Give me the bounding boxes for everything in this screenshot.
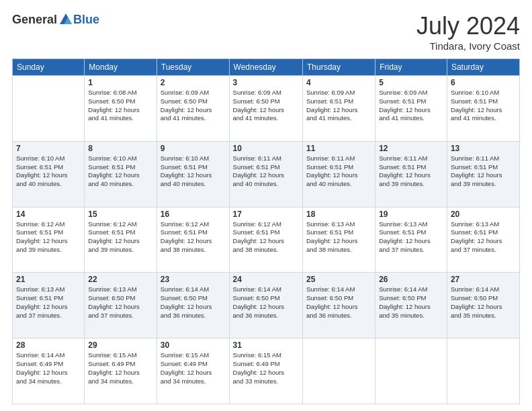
day-number: 27 (451, 275, 516, 284)
day-info: Sunrise: 6:14 AM Sunset: 6:50 PM Dayligh… (379, 285, 443, 320)
calendar-week-row: 21Sunrise: 6:13 AM Sunset: 6:51 PM Dayli… (13, 273, 520, 338)
month-title: July 2024 (416, 12, 520, 40)
calendar-cell: 15Sunrise: 6:12 AM Sunset: 6:51 PM Dayli… (85, 207, 157, 273)
logo-icon (58, 12, 73, 27)
day-info: Sunrise: 6:13 AM Sunset: 6:51 PM Dayligh… (306, 220, 371, 255)
day-number: 13 (451, 144, 516, 153)
calendar-header-wednesday: Wednesday (229, 59, 302, 76)
day-info: Sunrise: 6:09 AM Sunset: 6:51 PM Dayligh… (379, 89, 443, 123)
day-info: Sunrise: 6:14 AM Sunset: 6:50 PM Dayligh… (161, 285, 226, 320)
day-number: 20 (451, 210, 516, 219)
day-number: 1 (88, 78, 152, 87)
calendar-cell: 7Sunrise: 6:10 AM Sunset: 6:51 PM Daylig… (13, 141, 85, 207)
calendar-cell: 9Sunrise: 6:10 AM Sunset: 6:51 PM Daylig… (157, 141, 229, 207)
day-number: 28 (16, 340, 81, 350)
day-info: Sunrise: 6:14 AM Sunset: 6:50 PM Dayligh… (451, 285, 516, 320)
calendar-cell: 25Sunrise: 6:14 AM Sunset: 6:50 PM Dayli… (303, 273, 375, 338)
day-info: Sunrise: 6:15 AM Sunset: 6:49 PM Dayligh… (233, 351, 299, 385)
calendar-cell: 11Sunrise: 6:11 AM Sunset: 6:51 PM Dayli… (303, 141, 375, 207)
calendar-cell: 24Sunrise: 6:14 AM Sunset: 6:50 PM Dayli… (229, 273, 302, 338)
day-number: 5 (379, 78, 443, 87)
day-number: 23 (161, 275, 226, 284)
calendar-header-row: SundayMondayTuesdayWednesdayThursdayFrid… (13, 59, 520, 76)
day-info: Sunrise: 6:14 AM Sunset: 6:49 PM Dayligh… (16, 351, 81, 385)
calendar-cell: 19Sunrise: 6:13 AM Sunset: 6:51 PM Dayli… (375, 207, 447, 273)
day-info: Sunrise: 6:12 AM Sunset: 6:51 PM Dayligh… (233, 220, 299, 255)
title-section: July 2024 Tindara, Ivory Coast (416, 12, 520, 52)
day-info: Sunrise: 6:11 AM Sunset: 6:51 PM Dayligh… (306, 154, 371, 189)
calendar-cell: 2Sunrise: 6:09 AM Sunset: 6:50 PM Daylig… (157, 76, 229, 142)
day-number: 25 (306, 275, 371, 284)
day-number: 16 (161, 210, 226, 219)
day-number: 7 (16, 144, 81, 153)
day-info: Sunrise: 6:11 AM Sunset: 6:51 PM Dayligh… (451, 154, 516, 189)
calendar-cell: 13Sunrise: 6:11 AM Sunset: 6:51 PM Dayli… (447, 141, 519, 207)
day-info: Sunrise: 6:14 AM Sunset: 6:50 PM Dayligh… (306, 285, 371, 320)
day-info: Sunrise: 6:11 AM Sunset: 6:51 PM Dayligh… (379, 154, 443, 189)
day-info: Sunrise: 6:09 AM Sunset: 6:50 PM Dayligh… (233, 89, 299, 123)
calendar-cell: 23Sunrise: 6:14 AM Sunset: 6:50 PM Dayli… (157, 273, 229, 338)
calendar-week-row: 7Sunrise: 6:10 AM Sunset: 6:51 PM Daylig… (13, 141, 520, 207)
day-info: Sunrise: 6:13 AM Sunset: 6:51 PM Dayligh… (16, 285, 81, 320)
day-info: Sunrise: 6:10 AM Sunset: 6:51 PM Dayligh… (88, 154, 152, 189)
calendar-header-monday: Monday (85, 59, 157, 76)
calendar-cell: 31Sunrise: 6:15 AM Sunset: 6:49 PM Dayli… (229, 338, 302, 404)
day-number: 10 (233, 144, 299, 153)
day-number: 21 (16, 275, 81, 284)
calendar-cell: 10Sunrise: 6:11 AM Sunset: 6:51 PM Dayli… (229, 141, 302, 207)
calendar-cell: 30Sunrise: 6:15 AM Sunset: 6:49 PM Dayli… (157, 338, 229, 404)
header: General Blue July 2024 Tindara, Ivory Co… (12, 12, 520, 52)
day-info: Sunrise: 6:12 AM Sunset: 6:51 PM Dayligh… (161, 220, 226, 255)
day-number: 8 (88, 144, 152, 153)
calendar-cell: 26Sunrise: 6:14 AM Sunset: 6:50 PM Dayli… (375, 273, 447, 338)
day-info: Sunrise: 6:12 AM Sunset: 6:51 PM Dayligh… (88, 220, 152, 255)
calendar-cell (303, 338, 375, 404)
day-number: 15 (88, 210, 152, 219)
day-info: Sunrise: 6:13 AM Sunset: 6:50 PM Dayligh… (88, 285, 152, 320)
day-number: 9 (161, 144, 226, 153)
calendar-cell: 14Sunrise: 6:12 AM Sunset: 6:51 PM Dayli… (13, 207, 85, 273)
day-info: Sunrise: 6:11 AM Sunset: 6:51 PM Dayligh… (233, 154, 299, 189)
calendar-cell: 21Sunrise: 6:13 AM Sunset: 6:51 PM Dayli… (13, 273, 85, 338)
day-info: Sunrise: 6:10 AM Sunset: 6:51 PM Dayligh… (16, 154, 81, 189)
day-number: 26 (379, 275, 443, 284)
day-number: 29 (88, 340, 152, 350)
calendar-header-saturday: Saturday (447, 59, 519, 76)
day-info: Sunrise: 6:15 AM Sunset: 6:49 PM Dayligh… (88, 351, 152, 385)
calendar-week-row: 14Sunrise: 6:12 AM Sunset: 6:51 PM Dayli… (13, 207, 520, 273)
calendar-header-tuesday: Tuesday (157, 59, 229, 76)
day-info: Sunrise: 6:13 AM Sunset: 6:51 PM Dayligh… (379, 220, 443, 255)
day-number: 24 (233, 275, 299, 284)
calendar-cell: 4Sunrise: 6:09 AM Sunset: 6:51 PM Daylig… (303, 76, 375, 142)
day-number: 14 (16, 210, 81, 219)
day-number: 3 (233, 78, 299, 87)
calendar-cell: 8Sunrise: 6:10 AM Sunset: 6:51 PM Daylig… (85, 141, 157, 207)
day-number: 4 (306, 78, 371, 87)
day-info: Sunrise: 6:13 AM Sunset: 6:51 PM Dayligh… (451, 220, 516, 255)
day-info: Sunrise: 6:12 AM Sunset: 6:51 PM Dayligh… (16, 220, 81, 255)
calendar-cell: 17Sunrise: 6:12 AM Sunset: 6:51 PM Dayli… (229, 207, 302, 273)
day-info: Sunrise: 6:09 AM Sunset: 6:51 PM Dayligh… (306, 89, 371, 123)
day-info: Sunrise: 6:10 AM Sunset: 6:51 PM Dayligh… (161, 154, 226, 189)
day-info: Sunrise: 6:09 AM Sunset: 6:50 PM Dayligh… (161, 89, 226, 123)
day-number: 19 (379, 210, 443, 219)
day-number: 31 (233, 340, 299, 350)
calendar-cell: 16Sunrise: 6:12 AM Sunset: 6:51 PM Dayli… (157, 207, 229, 273)
location-title: Tindara, Ivory Coast (416, 40, 520, 52)
day-number: 22 (88, 275, 152, 284)
day-info: Sunrise: 6:15 AM Sunset: 6:49 PM Dayligh… (161, 351, 226, 385)
day-info: Sunrise: 6:08 AM Sunset: 6:50 PM Dayligh… (88, 89, 152, 123)
day-number: 2 (161, 78, 226, 87)
day-number: 12 (379, 144, 443, 153)
calendar-cell (375, 338, 447, 404)
day-number: 30 (161, 340, 226, 350)
day-number: 11 (306, 144, 371, 153)
calendar-cell (447, 338, 519, 404)
logo-general-text: General (12, 13, 57, 27)
day-info: Sunrise: 6:14 AM Sunset: 6:50 PM Dayligh… (233, 285, 299, 320)
calendar-cell: 3Sunrise: 6:09 AM Sunset: 6:50 PM Daylig… (229, 76, 302, 142)
logo-blue-text: Blue (73, 13, 99, 27)
day-info: Sunrise: 6:10 AM Sunset: 6:51 PM Dayligh… (451, 89, 516, 123)
calendar-cell: 28Sunrise: 6:14 AM Sunset: 6:49 PM Dayli… (13, 338, 85, 404)
logo: General Blue (12, 12, 99, 27)
